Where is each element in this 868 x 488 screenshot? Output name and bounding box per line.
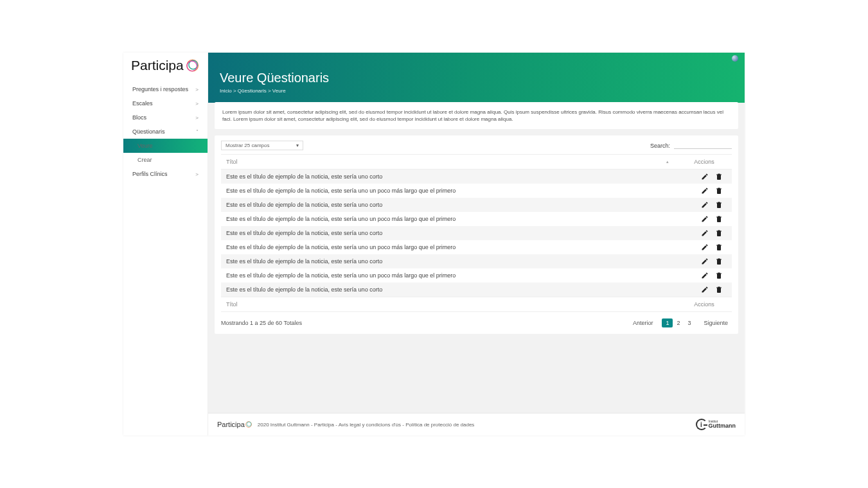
chevron-right-icon: > xyxy=(195,101,199,107)
delete-icon[interactable] xyxy=(715,173,723,180)
delete-icon[interactable] xyxy=(715,201,723,209)
delete-icon[interactable] xyxy=(715,286,723,293)
sidebar-item[interactable]: Blocs> xyxy=(123,110,208,125)
top-bar xyxy=(208,53,745,64)
row-title: Este es el título de ejemplo de la notic… xyxy=(226,230,701,236)
edit-icon[interactable] xyxy=(701,215,709,223)
brand-logo: Participa xyxy=(123,53,208,82)
pager-prev[interactable]: Anterior xyxy=(629,318,657,327)
sidebar: Participa Preguntes i respostes>Escales>… xyxy=(123,53,208,435)
sidebar-item[interactable]: Veure xyxy=(123,139,208,153)
edit-icon[interactable] xyxy=(701,257,709,265)
tf-titol: Títol xyxy=(226,301,238,308)
table-row: Este es el título de ejemplo de la notic… xyxy=(221,226,732,240)
pager-next[interactable]: Siguiente xyxy=(700,318,732,327)
pager-page[interactable]: 2 xyxy=(673,318,684,327)
row-title: Este es el título de ejemplo de la notic… xyxy=(226,258,701,265)
sort-asc-icon: ▴ xyxy=(666,159,669,164)
sidebar-item[interactable]: Escales> xyxy=(123,96,208,110)
delete-icon[interactable] xyxy=(715,187,723,195)
table-row: Este es el título de ejemplo de la notic… xyxy=(221,198,732,212)
swirl-icon xyxy=(185,58,200,73)
sidebar-item[interactable]: Crear xyxy=(123,153,208,167)
pagination: Anterior 123 Siguiente xyxy=(629,318,732,327)
delete-icon[interactable] xyxy=(715,215,723,223)
row-title: Este es el título de ejemplo de la notic… xyxy=(226,187,701,194)
table-header: Títol ▴ Accions xyxy=(221,154,732,170)
row-title: Este es el título de ejemplo de la notic… xyxy=(226,173,701,180)
table-body: Este es el título de ejemplo de la notic… xyxy=(221,170,732,297)
search-input[interactable] xyxy=(674,142,732,149)
sidebar-item[interactable]: Qüestionaris˅ xyxy=(123,125,208,139)
chevron-down-icon: ˅ xyxy=(196,129,199,135)
edit-icon[interactable] xyxy=(701,243,709,251)
main-area: Veure Qüestionaris Inicio > Qüestionaris… xyxy=(208,53,745,435)
edit-icon[interactable] xyxy=(701,229,709,237)
sidebar-item-label: Escales xyxy=(132,100,153,107)
sidebar-item-label: Blocs xyxy=(132,114,146,121)
table-row: Este es el título de ejemplo de la notic… xyxy=(221,254,732,268)
sidebar-item-label: Qüestionaris xyxy=(132,128,165,135)
breadcrumb: Inicio > Qüestionaris > Veure xyxy=(220,88,733,94)
edit-icon[interactable] xyxy=(701,201,709,209)
page-header: Veure Qüestionaris Inicio > Qüestionaris… xyxy=(208,64,745,103)
sidebar-item-label: Crear xyxy=(137,157,152,163)
th-titol[interactable]: Títol ▴ xyxy=(226,159,682,165)
footer: Participa 2020 Institut Guttmann - Parti… xyxy=(208,413,745,435)
description-card: Lorem ipsum dolor sit amet, consectetur … xyxy=(215,102,738,129)
svg-point-2 xyxy=(187,61,197,71)
edit-icon[interactable] xyxy=(701,272,709,279)
sidebar-item-label: Veure xyxy=(137,143,153,149)
row-title: Este es el título de ejemplo de la notic… xyxy=(226,272,701,279)
pager-page[interactable]: 1 xyxy=(662,318,673,327)
row-title: Este es el título de ejemplo de la notic… xyxy=(226,244,701,250)
table-row: Este es el título de ejemplo de la notic… xyxy=(221,184,732,198)
table-card: Mostrar 25 campos ▾ Search: Títol ▴ Acci… xyxy=(215,135,738,334)
delete-icon[interactable] xyxy=(715,257,723,265)
th-accions: Accions xyxy=(682,159,727,165)
tf-accions: Accions xyxy=(682,301,727,308)
chevron-right-icon: > xyxy=(195,87,199,92)
page-size-label: Mostrar 25 campos xyxy=(226,143,269,148)
svg-point-4 xyxy=(247,422,251,426)
pager-page[interactable]: 3 xyxy=(684,318,695,327)
sidebar-nav: Preguntes i respostes>Escales>Blocs>Qües… xyxy=(123,82,208,181)
delete-icon[interactable] xyxy=(715,243,723,251)
guttmann-logo: i Institut Guttmann xyxy=(696,419,736,430)
edit-icon[interactable] xyxy=(701,187,709,195)
delete-icon[interactable] xyxy=(715,272,723,279)
caret-down-icon: ▾ xyxy=(296,143,299,148)
table-footer: Títol Accions xyxy=(221,297,732,312)
edit-icon[interactable] xyxy=(701,286,709,293)
table-row: Este es el título de ejemplo de la notic… xyxy=(221,268,732,283)
brand-text: Participa xyxy=(131,58,184,73)
table-row: Este es el título de ejemplo de la notic… xyxy=(221,170,732,184)
chevron-right-icon: > xyxy=(195,115,199,121)
sidebar-item[interactable]: Preguntes i respostes> xyxy=(123,82,208,96)
footer-text: 2020 Institut Guttmann - Participa - Aví… xyxy=(258,422,475,428)
footer-brand: Participa xyxy=(217,421,252,428)
table-row: Este es el título de ejemplo de la notic… xyxy=(221,212,732,226)
guttmann-g-icon: i xyxy=(696,419,707,430)
sidebar-item-label: Perfils Clínics xyxy=(132,171,168,177)
page-size-select[interactable]: Mostrar 25 campos ▾ xyxy=(221,141,303,150)
page-title: Veure Qüestionaris xyxy=(220,71,733,85)
globe-icon[interactable] xyxy=(732,55,738,62)
table-row: Este es el título de ejemplo de la notic… xyxy=(221,240,732,254)
table-info: Mostrando 1 a 25 de 60 Totales xyxy=(221,320,302,326)
delete-icon[interactable] xyxy=(715,229,723,237)
sidebar-item[interactable]: Perfils Clínics> xyxy=(123,167,208,181)
sidebar-item-label: Preguntes i respostes xyxy=(132,86,188,92)
search-label: Search: xyxy=(650,143,670,149)
row-title: Este es el título de ejemplo de la notic… xyxy=(226,216,701,222)
swirl-icon xyxy=(245,421,252,428)
edit-icon[interactable] xyxy=(701,173,709,180)
row-title: Este es el título de ejemplo de la notic… xyxy=(226,286,701,293)
table-row: Este es el título de ejemplo de la notic… xyxy=(221,283,732,297)
chevron-right-icon: > xyxy=(195,171,199,177)
row-title: Este es el título de ejemplo de la notic… xyxy=(226,202,701,208)
